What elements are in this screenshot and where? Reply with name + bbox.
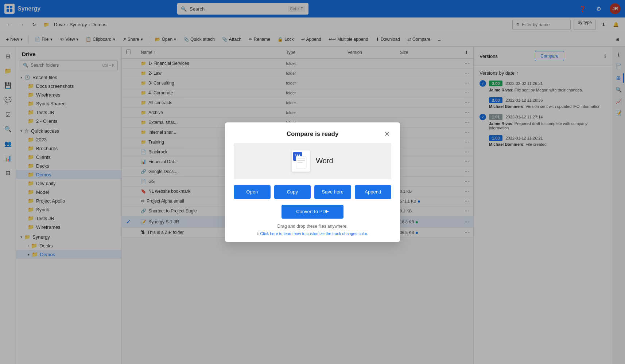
modal-save-here-button[interactable]: Save here <box>314 185 351 199</box>
modal-copy-button[interactable]: Copy <box>274 185 311 199</box>
modal-link[interactable]: Click here to learn how to customize the… <box>260 231 368 236</box>
modal-actions: Open Copy Save here Append <box>225 179 400 205</box>
modal-drag-text: Drag and drop these files anywhere. <box>225 222 400 231</box>
modal-title: Compare is ready <box>242 130 383 138</box>
modal-preview: W Word <box>234 143 391 179</box>
modal-convert: Convert to PDF <box>234 205 391 219</box>
modal-info-icon: ℹ <box>257 231 259 236</box>
modal-convert-button[interactable]: Convert to PDF <box>282 205 343 219</box>
modal-open-button[interactable]: Open <box>234 185 271 199</box>
modal-header: Compare is ready ✕ <box>225 122 400 143</box>
modal-file-name: Word <box>316 157 333 165</box>
modal-append-button[interactable]: Append <box>355 185 392 199</box>
svg-rect-7 <box>298 162 303 163</box>
modal-close-button[interactable]: ✕ <box>383 130 391 138</box>
modal: Compare is ready ✕ W Word Open Copy Save… <box>225 122 400 242</box>
svg-rect-5 <box>298 158 305 159</box>
svg-rect-6 <box>298 160 305 161</box>
modal-link-area: ℹ Click here to learn how to customize t… <box>225 231 400 242</box>
word-icon: W <box>292 150 310 172</box>
modal-overlay[interactable]: Compare is ready ✕ W Word Open Copy Save… <box>0 0 625 364</box>
